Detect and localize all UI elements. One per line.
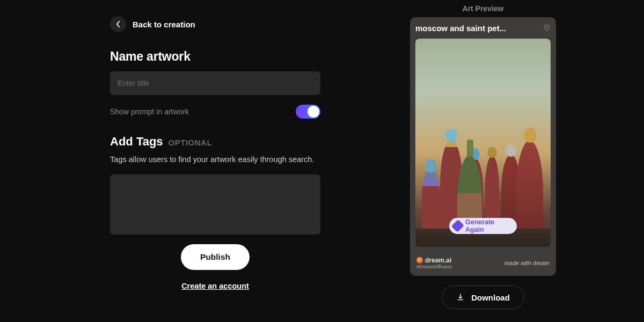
tags-description: Tags allow users to find your artwork ea… [110,154,320,165]
back-label: Back to creation [133,20,195,29]
brand-name: dream.ai [425,257,451,264]
tags-input[interactable] [110,174,320,235]
form-panel: Back to creation Name artwork Show promp… [0,0,322,322]
create-account-link[interactable]: Create an account [181,282,249,290]
generate-again-label: Generate Again [465,218,509,233]
toggle-knob [308,106,319,118]
preview-label: Art Preview [462,4,503,13]
cube-icon[interactable] [543,24,551,33]
brand-logo-icon [416,257,423,264]
add-tags-heading: Add Tags [110,135,163,149]
preview-image: Generate Again [415,39,551,247]
download-button[interactable]: Download [442,286,524,309]
brand-subtext: #DreamDiffusion [416,264,452,269]
sparkle-icon [451,219,464,232]
download-icon [456,293,465,302]
artwork-title-input[interactable] [110,71,320,95]
back-to-creation-link[interactable]: Back to creation [110,16,322,32]
show-prompt-label: Show prompt in artwork [110,107,189,116]
preview-panel: Art Preview moscow and saint pet... [322,0,644,322]
chevron-left-icon [110,16,126,32]
brand-block: dream.ai #DreamDiffusion [416,257,452,269]
generate-again-button[interactable]: Generate Again [449,218,517,234]
preview-card: moscow and saint pet... Generate Again [410,17,556,276]
publish-button[interactable]: Publish [181,244,250,270]
show-prompt-toggle[interactable] [296,105,320,119]
optional-label: OPTIONAL [169,138,213,147]
preview-card-title: moscow and saint pet... [415,24,506,33]
name-artwork-heading: Name artwork [110,49,322,64]
made-with-label: made with dream [504,260,550,266]
download-label: Download [471,293,510,302]
